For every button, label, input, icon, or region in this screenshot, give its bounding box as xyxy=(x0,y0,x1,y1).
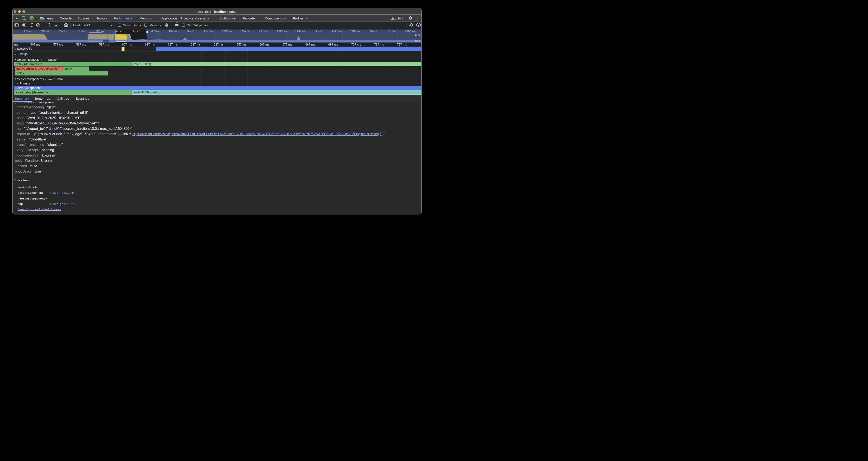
svg-text:2,197 ms: 2,197 ms xyxy=(405,30,415,32)
svg-text:97 ms: 97 ms xyxy=(24,30,30,32)
svg-text:897 ms: 897 ms xyxy=(169,30,177,32)
svg-text:1,297 ms: 1,297 ms xyxy=(240,30,250,32)
svg-text:1,197 ms: 1,197 ms xyxy=(222,30,232,32)
svg-text:1,697 ms: 1,697 ms xyxy=(313,30,323,32)
svg-text:1,497 ms: 1,497 ms xyxy=(277,30,287,32)
svg-text:497 ms: 497 ms xyxy=(96,30,104,32)
svg-text:1,797 ms: 1,797 ms xyxy=(332,30,342,32)
svg-text:1,097 ms: 1,097 ms xyxy=(204,30,214,32)
svg-text:CPU: CPU xyxy=(415,34,420,36)
svg-text:997 ms: 997 ms xyxy=(187,30,195,32)
svg-text:1,397 ms: 1,397 ms xyxy=(259,30,269,32)
svg-text:197 ms: 197 ms xyxy=(41,30,49,32)
svg-text:1,997 ms: 1,997 ms xyxy=(368,30,378,32)
svg-text:397 ms: 397 ms xyxy=(78,30,86,32)
svg-text:1,897 ms: 1,897 ms xyxy=(350,30,360,32)
svg-text:NET: NET xyxy=(415,39,420,42)
svg-text:297 ms: 297 ms xyxy=(59,30,67,32)
svg-text:697 ms: 697 ms xyxy=(132,30,140,32)
svg-text:1,597 ms: 1,597 ms xyxy=(295,30,305,32)
svg-text:797 ms: 797 ms xyxy=(151,30,159,32)
svg-text:2,097 ms: 2,097 ms xyxy=(386,30,396,32)
